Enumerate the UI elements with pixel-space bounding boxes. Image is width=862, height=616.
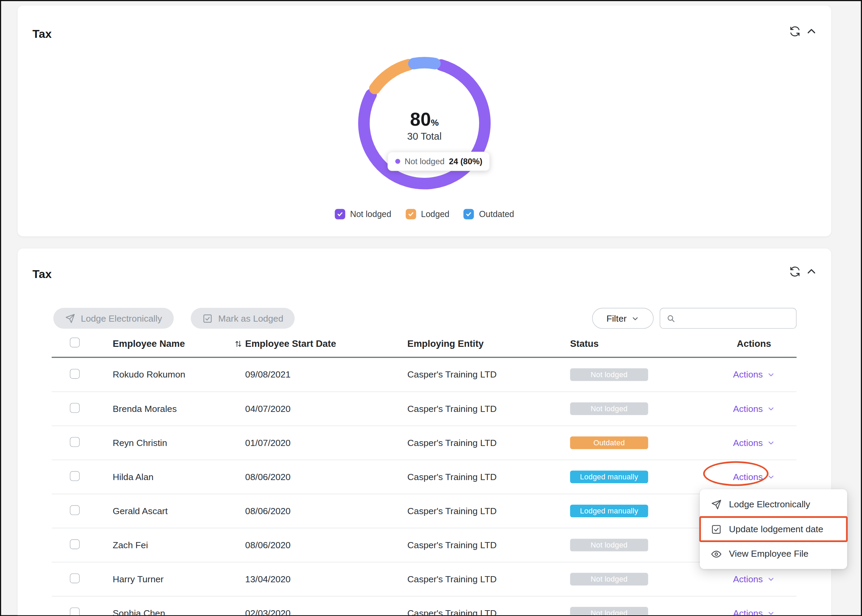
chevron-down-icon [766,575,775,583]
check-icon [407,211,414,218]
check-icon [465,211,473,218]
legend-label: Lodged [421,209,449,219]
status-badge: Not lodged [570,402,648,415]
employee-name: Rokudo Rokumon [113,369,234,380]
filter-label: Filter [606,313,626,324]
table-row: Sophia Chen 02/03/2020 Casper's Training… [52,597,797,616]
legend-checkbox-lodged[interactable] [405,209,416,219]
status-badge: Lodged manually [570,504,648,517]
employing-entity: Casper's Training LTD [408,574,570,584]
column-header-entity: Employing Entity [408,338,570,349]
row-actions-button[interactable]: Actions [733,574,775,584]
employee-start-date: 09/08/2021 [234,369,407,380]
chevron-down-icon [766,439,775,447]
status-badge: Outdated [570,437,648,449]
search-input[interactable] [660,308,796,328]
lodge-electronically-button[interactable]: Lodge Electronically [53,308,174,329]
legend-checkbox-not-lodged[interactable] [334,209,345,219]
employee-name: Hilda Alan [113,471,234,482]
row-actions-button[interactable]: Actions [733,608,775,616]
card-title: Tax [32,268,52,281]
mark-as-lodged-button[interactable]: Mark as Lodged [191,308,295,329]
row-checkbox[interactable] [70,471,80,481]
check-icon [336,211,344,218]
table-header-row: Employee Name Employee Start Date Employ… [52,331,797,358]
donut-center-total: 30 Total [352,131,497,142]
refresh-icon[interactable] [790,266,800,277]
employee-table: Employee Name Employee Start Date Employ… [52,331,797,616]
employee-name: Gerald Ascart [113,506,234,516]
status-badge: Not lodged [570,368,648,381]
row-actions-button[interactable]: Actions [733,404,775,414]
chevron-down-icon [766,609,775,616]
table-row: Gerald Ascart 08/06/2020 Casper's Traini… [52,494,797,528]
tooltip-value: 24 (80%) [449,157,482,166]
employee-name: Sophia Chen [113,608,234,616]
status-badge: Not lodged [570,539,648,551]
chevron-down-icon [766,405,775,413]
legend-label: Not lodged [350,209,391,219]
employee-start-date: 08/06/2020 [234,506,407,516]
donut-center-percent: 80% [352,109,497,130]
table-row: Reyn Christin 01/07/2020 Casper's Traini… [52,426,797,460]
employing-entity: Casper's Training LTD [408,506,570,516]
table-row: Rokudo Rokumon 09/08/2021 Casper's Train… [52,358,797,392]
column-header-start-date[interactable]: Employee Start Date [234,338,407,349]
employee-start-date: 04/07/2020 [234,404,407,414]
employee-start-date: 02/03/2020 [234,608,407,616]
actions-dropdown-menu: Lodge Electronically Update lodgement da… [700,489,847,569]
employee-start-date: 08/06/2020 [234,471,407,482]
row-checkbox[interactable] [70,607,80,616]
status-badge: Not lodged [570,607,648,616]
page: Tax 80% 30 Total Not lodged 24 (80%) Not… [0,0,862,616]
chevron-down-icon [631,314,639,322]
row-checkbox[interactable] [70,573,80,583]
employing-entity: Casper's Training LTD [408,369,570,380]
column-header-actions: Actions [711,338,797,349]
row-checkbox[interactable] [70,539,80,549]
card-title: Tax [32,28,52,41]
select-all-checkbox[interactable] [70,338,80,347]
employing-entity: Casper's Training LTD [408,437,570,448]
menu-item-lodge-electronically[interactable]: Lodge Electronically [700,492,847,517]
legend-item-outdated: Outdated [464,209,514,219]
refresh-icon[interactable] [790,26,800,37]
filter-button[interactable]: Filter [592,308,654,329]
status-badge: Not lodged [570,573,648,585]
tooltip-label: Not lodged [405,157,444,166]
row-checkbox[interactable] [70,505,80,515]
row-checkbox[interactable] [70,437,80,447]
legend-checkbox-outdated[interactable] [464,209,474,219]
employee-name: Reyn Christin [113,437,234,448]
row-actions-button-open[interactable]: Actions [733,471,775,482]
table-row: Zach Fei 08/06/2020 Casper's Training LT… [52,528,797,563]
send-icon [711,499,722,510]
row-actions-button[interactable]: Actions [733,437,775,448]
row-actions-button[interactable]: Actions [733,369,775,380]
employee-start-date: 13/04/2020 [234,574,407,584]
menu-item-update-lodgement-date[interactable]: Update lodgement date [700,517,847,542]
employee-start-date: 08/06/2020 [234,540,407,550]
employing-entity: Casper's Training LTD [408,540,570,550]
chevron-down-icon [766,370,775,379]
legend-item-not-lodged: Not lodged [334,209,391,219]
row-checkbox[interactable] [70,369,80,379]
legend-item-lodged: Lodged [405,209,449,219]
row-checkbox[interactable] [70,403,80,413]
employee-name: Brenda Morales [113,404,234,414]
send-icon [65,313,75,324]
sort-icon [234,340,242,348]
button-label: Mark as Lodged [218,313,283,324]
employee-start-date: 01/07/2020 [234,437,407,448]
collapse-chevron-icon[interactable] [806,26,817,37]
employing-entity: Casper's Training LTD [408,608,570,616]
chart-tooltip: Not lodged 24 (80%) [388,152,490,171]
chevron-down-icon [766,473,775,481]
employee-name: Harry Turner [113,574,234,584]
table-row: Harry Turner 13/04/2020 Casper's Trainin… [52,563,797,597]
employing-entity: Casper's Training LTD [408,471,570,482]
employing-entity: Casper's Training LTD [408,404,570,414]
collapse-chevron-icon[interactable] [806,266,817,277]
menu-item-view-employee-file[interactable]: View Employee File [700,541,847,566]
table-row: Hilda Alan 08/06/2020 Casper's Training … [52,460,797,494]
